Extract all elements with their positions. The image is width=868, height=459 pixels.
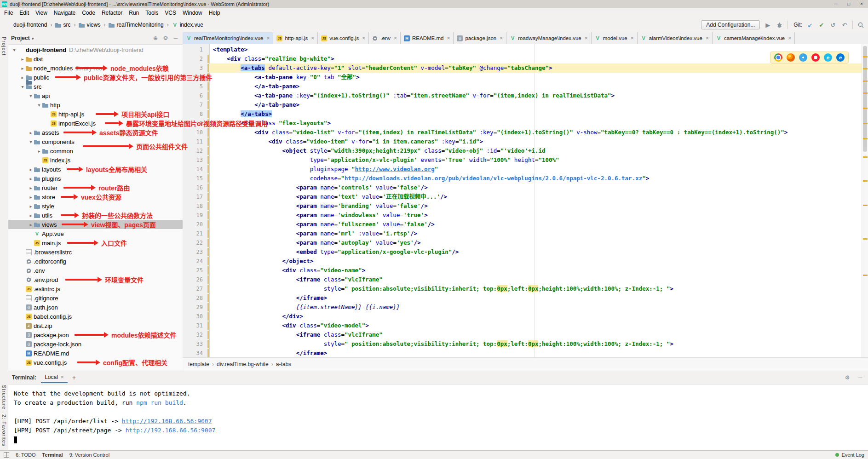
minimize-button[interactable]: ─ xyxy=(829,0,842,8)
editor-scrollbar[interactable] xyxy=(862,44,868,358)
locate-file-icon[interactable]: ⊕ xyxy=(151,35,160,41)
status-event-log[interactable]: Event Log xyxy=(835,452,864,458)
minimize-terminal-icon[interactable]: ─ xyxy=(856,374,864,381)
close-tab-icon[interactable]: × xyxy=(311,35,314,41)
commit-icon[interactable]: ✔ xyxy=(818,21,825,29)
editor-tab-cameramanage-index-vue[interactable]: cameraManage\index.vue× xyxy=(713,32,795,44)
stripe-project-label[interactable]: Project xyxy=(1,37,7,56)
editor-tab-http-api-js[interactable]: http-api.js× xyxy=(273,32,318,44)
chevron-down-icon[interactable]: ▾ xyxy=(32,36,34,41)
tree-collapsed-arrow-icon[interactable]: ▸ xyxy=(28,213,34,218)
tree-expanded-arrow-icon[interactable]: ▾ xyxy=(28,139,34,144)
tree-item-http-api-js[interactable]: http-api.js xyxy=(8,109,183,119)
tree-item-style[interactable]: ▸style xyxy=(8,201,183,211)
project-tree[interactable]: ▾duoji-frontend D:\zheheWeb\duoji-fronte… xyxy=(8,44,183,371)
editor-tab-vue-config-js[interactable]: vue.config.js× xyxy=(318,32,369,44)
tree-item-assets[interactable]: ▸assets xyxy=(8,128,183,137)
tree-collapsed-arrow-icon[interactable]: ▸ xyxy=(19,57,26,62)
tree-item-layouts[interactable]: ▸layouts xyxy=(8,165,183,174)
chrome-browser-icon[interactable] xyxy=(774,53,782,62)
tree-item-duoji-frontend[interactable]: ▾duoji-frontend D:\zheheWeb\duoji-fronte… xyxy=(8,45,183,54)
tree-item-app-vue[interactable]: App.vue xyxy=(8,229,183,238)
tree-item-dist[interactable]: ▸dist xyxy=(8,54,183,63)
tree-item-http[interactable]: ▾http xyxy=(8,100,183,109)
close-tab-icon[interactable]: × xyxy=(394,35,397,41)
opera-browser-icon[interactable] xyxy=(811,53,820,62)
tree-item-node-modules[interactable]: ▸node_modules library root xyxy=(8,63,183,73)
status-terminal[interactable]: Terminal xyxy=(42,452,63,458)
tree-item-editorconfig[interactable]: .editorconfig xyxy=(8,257,183,266)
stripe-favorites-label[interactable]: 2: Favorites xyxy=(1,414,7,446)
tree-collapsed-arrow-icon[interactable]: ▸ xyxy=(28,176,34,181)
history-icon[interactable]: ↺ xyxy=(829,21,837,29)
tree-collapsed-arrow-icon[interactable]: ▸ xyxy=(19,75,26,80)
close-tab-icon[interactable]: × xyxy=(788,35,791,41)
tree-item-views[interactable]: ▸views xyxy=(8,220,183,229)
tree-expanded-arrow-icon[interactable]: ▾ xyxy=(11,47,17,52)
tree-collapsed-arrow-icon[interactable]: ▸ xyxy=(28,185,34,190)
tree-expanded-arrow-icon[interactable]: ▾ xyxy=(19,84,26,89)
tool-window-switcher-icon[interactable] xyxy=(4,452,9,458)
close-tab-icon[interactable]: × xyxy=(266,35,270,41)
code-editor[interactable]: 1<template>2 <div class="realTime bg-whi… xyxy=(183,44,868,358)
safari-browser-icon[interactable] xyxy=(799,53,807,62)
tree-item-components[interactable]: ▾components xyxy=(8,137,183,146)
editor-tab-env[interactable]: .env× xyxy=(369,32,401,44)
ie-browser-icon[interactable]: e xyxy=(824,53,832,62)
tree-item-package-lock-json[interactable]: package-lock.json xyxy=(8,339,183,349)
new-terminal-icon[interactable]: + xyxy=(72,374,76,381)
editor-tab-package-json[interactable]: package.json× xyxy=(454,32,506,44)
menu-window[interactable]: Window xyxy=(179,8,206,17)
hide-panel-icon[interactable]: ─ xyxy=(172,35,180,41)
terminal-settings-gear-icon[interactable]: ⚙ xyxy=(843,374,851,381)
tree-item-browserslistrc[interactable]: .browserslistrc xyxy=(8,247,183,257)
close-tab-icon[interactable]: × xyxy=(706,35,709,41)
edge-browser-icon[interactable]: e xyxy=(836,53,845,62)
tree-item-eslintrc-js[interactable]: .eslintrc.js xyxy=(8,284,183,293)
terminal-tab-local[interactable]: Local × xyxy=(41,372,68,383)
menu-help[interactable]: Help xyxy=(206,8,224,17)
tree-item-common[interactable]: ▸common xyxy=(8,146,183,155)
breadcrumb-src[interactable]: src xyxy=(54,21,72,29)
menu-run[interactable]: Run xyxy=(126,8,142,17)
tree-collapsed-arrow-icon[interactable]: ▸ xyxy=(28,204,34,209)
tree-expanded-arrow-icon[interactable]: ▾ xyxy=(36,103,42,108)
tree-item-importexcel-js[interactable]: importExcel.js xyxy=(8,119,183,128)
settings-gear-icon[interactable]: ⚙ xyxy=(161,35,170,41)
breadcrumb-duoji-frontend[interactable]: duoji-frontend xyxy=(4,21,48,29)
tree-item-api[interactable]: ▾api xyxy=(8,91,183,100)
editor-tab-model-vue[interactable]: model.vue× xyxy=(592,32,638,44)
scrollbar-thumb[interactable] xyxy=(863,46,867,152)
terminal-output[interactable]: Note that the development build is not o… xyxy=(8,384,868,444)
rollback-icon[interactable]: ↶ xyxy=(841,21,848,29)
close-tab-icon[interactable]: × xyxy=(500,35,503,41)
add-configuration-button[interactable]: Add Configuration... xyxy=(701,20,760,29)
editor-tab-roadwaymanage-index-vue[interactable]: roadwayManage\index.vue× xyxy=(506,32,591,44)
search-everywhere-icon[interactable] xyxy=(857,21,864,29)
tree-item-package-json[interactable]: package.json xyxy=(8,330,183,339)
tree-item-readme-md[interactable]: README.md xyxy=(8,349,183,358)
debug-icon[interactable] xyxy=(776,21,783,29)
menu-vcs[interactable]: VCS xyxy=(161,8,179,17)
tree-item-public[interactable]: ▸public xyxy=(8,73,183,82)
tree-collapsed-arrow-icon[interactable]: ▸ xyxy=(19,66,26,71)
tree-item-babel-config-js[interactable]: babel.config.js xyxy=(8,312,183,321)
close-tab-icon[interactable]: × xyxy=(447,35,450,41)
editor-breadcrumb-div-realtime-bg-white[interactable]: div.realTime.bg-white xyxy=(217,361,269,367)
maximize-button[interactable]: □ xyxy=(842,0,855,8)
close-tab-icon[interactable]: × xyxy=(631,35,634,41)
tree-collapsed-arrow-icon[interactable]: ▸ xyxy=(28,222,34,227)
menu-tools[interactable]: Tools xyxy=(142,8,161,17)
breadcrumb-realtimemonitoring[interactable]: realTimeMonitoring xyxy=(107,21,165,29)
menu-file[interactable]: File xyxy=(1,8,16,17)
tree-item-env[interactable]: .env xyxy=(8,266,183,275)
editor-tab-alarmvideos-index-vue[interactable]: alarmVideos\index.vue× xyxy=(638,32,713,44)
breadcrumb-index-vue[interactable]: index.vue xyxy=(171,21,205,29)
tree-item-env-prod[interactable]: .env.prod xyxy=(8,275,183,284)
tree-collapsed-arrow-icon[interactable]: ▸ xyxy=(28,195,34,200)
tree-item-plugins[interactable]: ▸plugins xyxy=(8,174,183,183)
menu-refactor[interactable]: Refactor xyxy=(98,8,126,17)
menu-edit[interactable]: Edit xyxy=(16,8,32,17)
menu-navigate[interactable]: Navigate xyxy=(51,8,79,17)
run-button[interactable]: ▶ xyxy=(764,21,771,29)
